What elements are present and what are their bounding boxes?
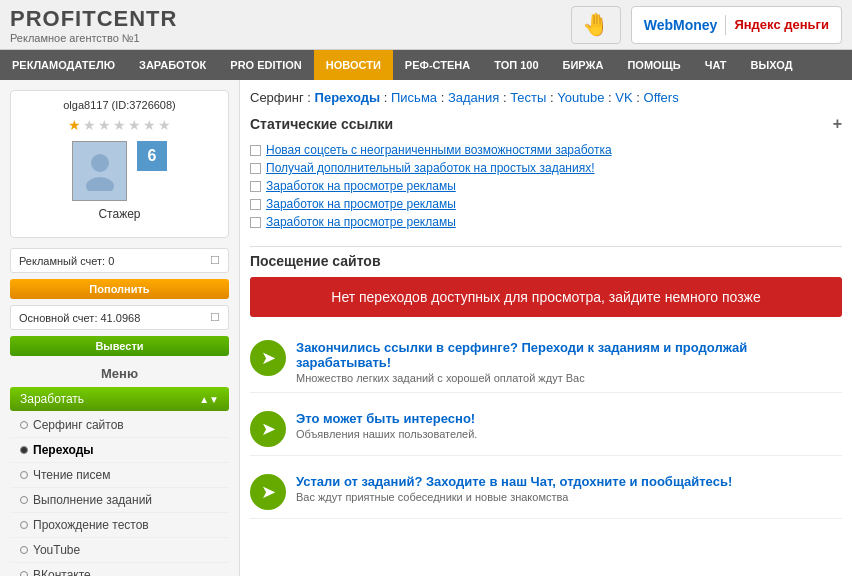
menu-dot-icon <box>20 546 28 554</box>
nav-item-топ-100[interactable]: ТОП 100 <box>482 50 550 80</box>
menu-arrow-icon: ▲▼ <box>199 394 219 405</box>
menu-items: Серфинг сайтовПереходыЧтение писемВыполн… <box>10 413 229 576</box>
nav-item-выход[interactable]: ВЫХОД <box>739 50 805 80</box>
promo-card-0: ➤ Закончились ссылки в серфинге? Переход… <box>250 332 842 393</box>
promo-arrow-icon: ➤ <box>261 347 276 369</box>
yandex-text: Яндекс деньги <box>734 17 829 32</box>
link-checkbox-0[interactable] <box>250 145 261 156</box>
sidebar-item-вконтакте[interactable]: ВКонтакте <box>10 563 229 576</box>
breadcrumb-link-4[interactable]: Youtube <box>557 90 604 105</box>
breadcrumb-link-1[interactable]: Письма <box>391 90 437 105</box>
breadcrumb-link-5[interactable]: VK <box>615 90 632 105</box>
promo-section: ➤ Закончились ссылки в серфинге? Переход… <box>250 332 842 519</box>
link-text-3[interactable]: Заработок на просмотре рекламы <box>266 197 456 211</box>
link-item: Новая соцсеть с неограниченными возможно… <box>250 141 842 159</box>
breadcrumb-link-0[interactable]: Переходы <box>315 90 381 105</box>
sidebar-item-выполнение-заданий[interactable]: Выполнение заданий <box>10 488 229 513</box>
sidebar-item-прохождение-тестов[interactable]: Прохождение тестов <box>10 513 229 538</box>
no-content-banner: Нет переходов доступных для просмотра, з… <box>250 277 842 317</box>
menu-dot-icon <box>20 571 28 576</box>
link-list: Новая соцсеть с неограниченными возможно… <box>250 141 842 231</box>
menu-dot-icon <box>20 471 28 479</box>
sidebar-item-серфинг-сайтов[interactable]: Серфинг сайтов <box>10 413 229 438</box>
nav-item-новости[interactable]: НОВОСТИ <box>314 50 393 80</box>
link-checkbox-3[interactable] <box>250 199 261 210</box>
menu-dot-icon <box>20 521 28 529</box>
link-checkbox-1[interactable] <box>250 163 261 174</box>
nav-item-помощь[interactable]: ПОМОЩЬ <box>615 50 692 80</box>
nav-item-заработок[interactable]: ЗАРАБОТОК <box>127 50 218 80</box>
svg-point-1 <box>86 177 114 191</box>
stars: ★ ★ ★ ★ ★ ★ ★ <box>19 117 220 133</box>
copy-icon-ad: ☐ <box>210 254 220 267</box>
breadcrumb-link-6[interactable]: Offers <box>644 90 679 105</box>
menu-item-label: ВКонтакте <box>33 568 91 576</box>
link-text-2[interactable]: Заработок на просмотре рекламы <box>266 179 456 193</box>
sidebar-item-youtube[interactable]: YouTube <box>10 538 229 563</box>
promo-card-1: ➤ Это может быть интересно! Объявления н… <box>250 403 842 456</box>
nav-item-биржа[interactable]: БИРЖА <box>551 50 616 80</box>
star-5: ★ <box>128 117 141 133</box>
fill-button[interactable]: Пополнить <box>10 279 229 299</box>
promo-card-2: ➤ Устали от заданий? Заходите в наш Чат,… <box>250 466 842 519</box>
promo-title-0[interactable]: Закончились ссылки в серфинге? Переходи … <box>296 340 842 370</box>
nav-bar: РЕКЛАМОДАТЕЛЮЗАРАБОТОКPRO EDITIONНОВОСТИ… <box>0 50 852 80</box>
promo-title-1[interactable]: Это может быть интересно! <box>296 411 477 426</box>
star-7: ★ <box>158 117 171 133</box>
link-item: Заработок на просмотре рекламы <box>250 213 842 231</box>
link-checkbox-2[interactable] <box>250 181 261 192</box>
star-1: ★ <box>68 117 81 133</box>
link-item: Заработок на просмотре рекламы <box>250 177 842 195</box>
logo-block: PROFITCENTR Рекламное агентство №1 <box>10 6 177 44</box>
link-checkbox-4[interactable] <box>250 217 261 228</box>
copy-icon-main: ☐ <box>210 311 220 324</box>
breadcrumb-link-3[interactable]: Тесты <box>510 90 546 105</box>
breadcrumb-prefix: Серфинг : <box>250 90 315 105</box>
star-3: ★ <box>98 117 111 133</box>
menu-earn[interactable]: Заработать ▲▼ <box>10 387 229 411</box>
header: PROFITCENTR Рекламное агентство №1 🤚 Web… <box>0 0 852 50</box>
menu-dot-icon <box>20 496 28 504</box>
webmoney-banner: WebMoney Яндекс деньги <box>631 6 842 44</box>
menu-item-label: Прохождение тестов <box>33 518 149 532</box>
menu-title: Меню <box>10 366 229 381</box>
webmoney-text: WebMoney <box>644 17 718 33</box>
nav-item-реф-стена[interactable]: РЕФ-СТЕНА <box>393 50 482 80</box>
main-account-row: Основной счет: 41.0968 ☐ <box>10 305 229 330</box>
main-layout: olga8117 (ID:3726608) ★ ★ ★ ★ ★ ★ ★ 6 <box>0 80 852 576</box>
user-role: Стажер <box>19 207 220 221</box>
promo-title-2[interactable]: Устали от заданий? Заходите в наш Чат, о… <box>296 474 732 489</box>
content-area: Серфинг : Переходы : Письма : Задания : … <box>240 80 852 576</box>
menu-item-label: YouTube <box>33 543 80 557</box>
nav-item-pro-edition[interactable]: PRO EDITION <box>218 50 314 80</box>
user-avatars: 6 <box>19 141 220 201</box>
site-visits-title: Посещение сайтов <box>250 253 842 269</box>
static-links-title: Статические ссылки + <box>250 115 842 133</box>
promo-text-0: Закончились ссылки в серфинге? Переходи … <box>296 340 842 384</box>
sidebar-item-чтение-писем[interactable]: Чтение писем <box>10 463 229 488</box>
link-text-0[interactable]: Новая соцсеть с неограниченными возможно… <box>266 143 612 157</box>
menu-item-label: Выполнение заданий <box>33 493 152 507</box>
promo-arrow-icon: ➤ <box>261 481 276 503</box>
menu-item-label: Серфинг сайтов <box>33 418 124 432</box>
breadcrumb: Серфинг : Переходы : Письма : Задания : … <box>250 90 842 105</box>
sidebar-item-переходы[interactable]: Переходы <box>10 438 229 463</box>
nav-item-чат[interactable]: ЧАТ <box>693 50 739 80</box>
logo-text: PROFITCENTR <box>10 6 177 32</box>
menu-item-label: Переходы <box>33 443 94 457</box>
promo-text-2: Устали от заданий? Заходите в наш Чат, о… <box>296 474 732 503</box>
promo-text-1: Это может быть интересно! Объявления наш… <box>296 411 477 440</box>
promo-icon-1: ➤ <box>250 411 286 447</box>
link-item: Заработок на просмотре рекламы <box>250 195 842 213</box>
user-info: olga8117 (ID:3726608) ★ ★ ★ ★ ★ ★ ★ 6 <box>10 90 229 238</box>
promo-arrow-icon: ➤ <box>261 418 276 440</box>
username: olga8117 (ID:3726608) <box>19 99 220 111</box>
add-link-button[interactable]: + <box>833 115 842 133</box>
link-text-1[interactable]: Получай дополнительный заработок на прос… <box>266 161 594 175</box>
logo-sub: Рекламное агентство №1 <box>10 32 177 44</box>
nav-item-рекламодателю[interactable]: РЕКЛАМОДАТЕЛЮ <box>0 50 127 80</box>
withdraw-button[interactable]: Вывести <box>10 336 229 356</box>
breadcrumb-link-2[interactable]: Задания <box>448 90 499 105</box>
link-text-4[interactable]: Заработок на просмотре рекламы <box>266 215 456 229</box>
main-account-label: Основной счет: 41.0968 <box>19 312 140 324</box>
